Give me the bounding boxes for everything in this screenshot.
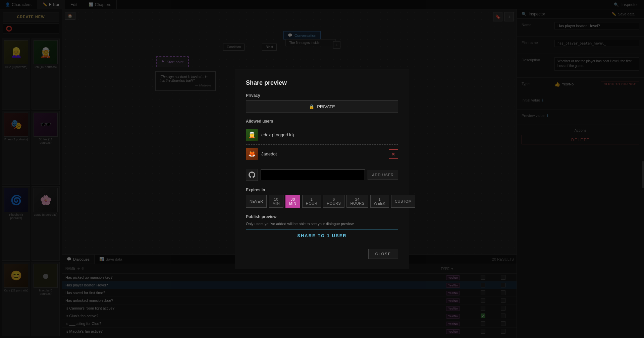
share-button[interactable]: SHARE TO 1 USER [246,229,398,242]
publish-title: Publish preview [246,214,398,219]
add-user-input[interactable] [261,170,365,180]
privacy-button[interactable]: 🔒 PRIVATE [246,100,398,113]
expire-24hours-button[interactable]: 24 HOURS [346,195,368,208]
lock-icon: 🔒 [309,104,314,109]
expires-options: NEVER 10 MIN 30 MIN 1 HOUR 6 HOURS 24 HO… [246,195,398,208]
privacy-section-title: Privacy [246,93,398,98]
publish-description: Only users you've added will be able to … [246,222,398,226]
modal-title: Share preview [246,79,398,86]
user-avatar-jadedot: 🦊 [246,148,258,160]
modal-overlay[interactable]: Share preview Privacy 🔒 PRIVATE Allowed … [0,0,644,338]
allowed-users-title: Allowed users [246,119,398,124]
user-avatar-edqx: 🧝 [246,129,258,141]
expire-30min-button[interactable]: 30 MIN [285,195,300,208]
user-avatar-img-jadedot: 🦊 [246,148,258,160]
close-button[interactable]: CLOSE [368,249,398,259]
privacy-value: PRIVATE [317,104,335,109]
user-name-jadedot: Jadedot [261,151,385,156]
user-divider [246,144,398,145]
publish-section: Publish preview Only users you've added … [246,214,398,242]
expire-6hours-button[interactable]: 6 HOURS [323,195,344,208]
allowed-users-section: Allowed users 🧝 edqx (Logged in) 🦊 Jaded… [246,119,398,163]
user-item-jadedot: 🦊 Jadedot ✕ [246,145,398,163]
expire-custom-button[interactable]: CUSTOM [391,195,415,208]
expires-title: Expires in [246,188,398,192]
expire-1hour-button[interactable]: 1 HOUR [302,195,321,208]
expires-section: Expires in NEVER 10 MIN 30 MIN 1 HOUR 6 … [246,188,398,208]
expire-1week-button[interactable]: 1 WEEK [370,195,389,208]
expire-10min-button[interactable]: 10 MIN [269,195,283,208]
add-user-button[interactable]: ADD USER [368,170,398,180]
user-name-edqx: edqx (Logged in) [261,132,398,137]
github-icon [249,172,255,178]
share-preview-modal: Share preview Privacy 🔒 PRIVATE Allowed … [235,69,409,269]
user-item-edqx: 🧝 edqx (Logged in) [246,126,398,144]
user-avatar-img-edqx: 🧝 [246,129,258,141]
add-user-row: ADD USER [246,169,398,181]
remove-user-jadedot-button[interactable]: ✕ [389,149,398,159]
github-icon-box [246,169,258,181]
expire-never-button[interactable]: NEVER [246,195,267,208]
